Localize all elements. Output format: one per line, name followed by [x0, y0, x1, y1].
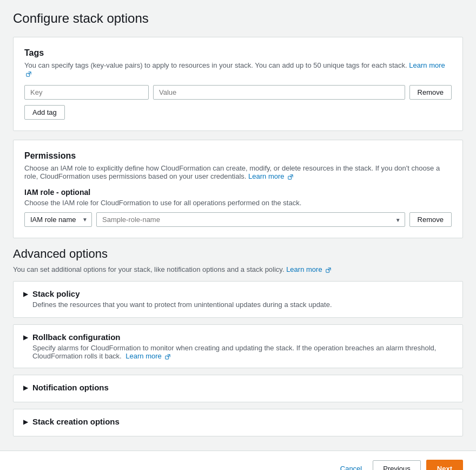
stack-policy-title: Stack policy — [32, 289, 453, 298]
rollback-configuration-title: Rollback configuration — [32, 332, 453, 342]
stack-creation-options-title: Stack creation options — [32, 417, 453, 426]
stack-policy-card: ▶ Stack policy Defines the resources tha… — [13, 281, 463, 318]
iam-role-label: IAM role - optional — [24, 188, 452, 197]
permissions-learn-more-link[interactable]: Learn more — [248, 172, 293, 180]
rollback-configuration-desc: Specify alarms for CloudFormation to mon… — [32, 344, 453, 360]
tag-remove-button[interactable]: Remove — [409, 85, 452, 100]
stack-creation-arrow-icon: ▶ — [23, 418, 28, 426]
stack-policy-header[interactable]: ▶ Stack policy Defines the resources tha… — [14, 282, 462, 317]
role-name-input[interactable] — [96, 212, 405, 227]
stack-creation-options-card: ▶ Stack creation options — [13, 409, 463, 436]
rollback-learn-more-link[interactable]: Learn more — [125, 352, 170, 360]
rollback-arrow-icon: ▶ — [23, 334, 28, 341]
notification-arrow-icon: ▶ — [23, 384, 28, 391]
permissions-title: Permissions — [24, 151, 452, 161]
advanced-options-description: You can set additional options for your … — [13, 265, 463, 273]
stack-creation-options-content: Stack creation options — [32, 417, 453, 428]
rollback-configuration-content: Rollback configuration Specify alarms fo… — [32, 332, 453, 360]
iam-role-name-select-wrapper: IAM role name ▼ — [24, 212, 92, 227]
footer: Cancel Previous Next — [0, 451, 476, 470]
tags-description: You can specify tags (key-value pairs) t… — [24, 61, 452, 77]
iam-role-row: IAM role name ▼ ▼ Remove — [24, 212, 452, 227]
notification-options-title: Notification options — [32, 383, 453, 392]
role-input-wrapper: ▼ — [96, 212, 405, 227]
advanced-external-link-icon — [326, 267, 331, 273]
iam-role-name-select[interactable]: IAM role name — [24, 212, 92, 227]
external-link-icon — [26, 71, 31, 77]
stack-policy-arrow-icon: ▶ — [23, 290, 28, 298]
tag-key-input[interactable] — [24, 85, 149, 100]
permissions-external-link-icon — [288, 174, 293, 180]
notification-options-content: Notification options — [32, 383, 453, 394]
tags-card: Tags You can specify tags (key-value pai… — [13, 37, 463, 131]
rollback-configuration-header[interactable]: ▶ Rollback configuration Specify alarms … — [14, 325, 462, 368]
iam-role-desc: Choose the IAM role for CloudFormation t… — [24, 199, 452, 207]
advanced-learn-more-link[interactable]: Learn more — [286, 265, 331, 273]
stack-policy-content: Stack policy Defines the resources that … — [32, 289, 453, 310]
tag-value-input[interactable] — [153, 85, 405, 100]
permissions-card: Permissions Choose an IAM role to explic… — [13, 140, 463, 238]
tags-title: Tags — [24, 48, 452, 58]
cancel-button[interactable]: Cancel — [335, 461, 367, 470]
notification-options-card: ▶ Notification options — [13, 375, 463, 402]
page-title: Configure stack options — [13, 11, 463, 26]
page-container: Configure stack options Tags You can spe… — [0, 0, 476, 470]
tags-input-row: Remove — [24, 85, 452, 100]
permissions-description: Choose an IAM role to explicitly define … — [24, 164, 452, 180]
next-button[interactable]: Next — [426, 460, 463, 470]
previous-button[interactable]: Previous — [373, 460, 421, 470]
advanced-options-title: Advanced options — [13, 247, 463, 261]
stack-policy-desc: Defines the resources that you want to p… — [32, 301, 453, 309]
rollback-external-link-icon — [165, 354, 170, 360]
permissions-remove-button[interactable]: Remove — [409, 212, 452, 227]
rollback-configuration-card: ▶ Rollback configuration Specify alarms … — [13, 324, 463, 368]
add-tag-button[interactable]: Add tag — [24, 105, 65, 120]
stack-creation-options-header[interactable]: ▶ Stack creation options — [14, 409, 462, 436]
notification-options-header[interactable]: ▶ Notification options — [14, 375, 462, 402]
